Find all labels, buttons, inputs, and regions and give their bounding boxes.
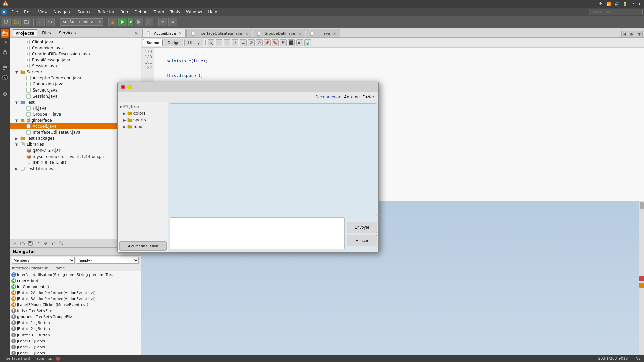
panel-close-btn[interactable]: × bbox=[134, 30, 138, 36]
menu-source[interactable]: Source bbox=[75, 9, 94, 15]
source-tool-5[interactable]: 📌 bbox=[264, 39, 271, 46]
vertical-scrollbar[interactable] bbox=[639, 201, 644, 355]
dialog-tree-food[interactable]: ▶ food bbox=[118, 123, 168, 130]
filter-dropdown[interactable]: <empty> bbox=[76, 257, 139, 264]
tree-connexion-java-1[interactable]: J Connexion.java bbox=[10, 45, 141, 51]
toolbar-save-btn[interactable] bbox=[27, 240, 34, 247]
tab-menu-btn[interactable]: ▼ bbox=[636, 31, 643, 37]
menu-refactor[interactable]: Refactor bbox=[95, 9, 117, 15]
other-btn-2[interactable]: ≡ bbox=[168, 18, 177, 26]
build-btn[interactable] bbox=[108, 18, 117, 26]
services-sidebar-icon[interactable] bbox=[1, 48, 9, 56]
menu-view[interactable]: View bbox=[35, 9, 50, 15]
tree-accepter-connexion[interactable]: J AccepterConnexion.java bbox=[10, 75, 141, 81]
files-tab[interactable]: Files bbox=[39, 30, 53, 36]
global-search-input[interactable] bbox=[589, 9, 643, 15]
projects-tab[interactable]: Projects bbox=[13, 29, 37, 36]
source-tool-6[interactable]: 🔖 bbox=[272, 39, 279, 46]
deconnexion-link[interactable]: Deconnexion bbox=[315, 95, 341, 99]
source-tool-9[interactable]: ▶ bbox=[296, 39, 303, 46]
open-project-btn[interactable] bbox=[12, 18, 21, 26]
toolbar-reload-btn[interactable]: ↺ bbox=[35, 240, 41, 247]
nav-method-creer-arbre[interactable]: M creerArbre() bbox=[10, 278, 141, 284]
tab-interface-utilisateur[interactable]: J InterfaceUtilisateur.java × bbox=[186, 29, 252, 37]
menu-file[interactable]: File bbox=[9, 9, 21, 15]
dialog-close-btn[interactable]: × bbox=[121, 85, 125, 89]
menu-navigate[interactable]: Navigate bbox=[51, 9, 74, 15]
source-tool-3[interactable]: ⊕ bbox=[248, 39, 255, 46]
envoyer-btn[interactable]: Envoyer bbox=[347, 222, 377, 233]
source-tool-4[interactable]: ⊖ bbox=[256, 39, 263, 46]
nav-field-jbutton1[interactable]: F jButton1 : JButton bbox=[10, 320, 141, 326]
nav-field-jlabel1[interactable]: F jLabel1 : JLabel bbox=[10, 338, 141, 344]
ubuntu-logo-icon[interactable] bbox=[3, 1, 8, 7]
menu-edit[interactable]: Edit bbox=[21, 9, 35, 15]
menu-team[interactable]: Team bbox=[151, 9, 167, 15]
profile-dropdown-btn[interactable] bbox=[145, 18, 153, 26]
save-btn[interactable] bbox=[22, 18, 31, 26]
menu-run[interactable]: Run bbox=[118, 9, 131, 15]
ajouter-discussion-btn[interactable]: Ajouter discussion bbox=[119, 241, 167, 251]
run-config-dropdown[interactable]: <default conf...> ▼ bbox=[60, 18, 103, 26]
other-btn-1[interactable]: ⚙ bbox=[158, 18, 167, 26]
tab-accueil-close[interactable]: × bbox=[179, 31, 182, 36]
run-dropdown-btn[interactable]: ▼ bbox=[128, 18, 133, 26]
message-input[interactable] bbox=[170, 217, 345, 249]
tree-session-java-1[interactable]: J Session.java bbox=[10, 63, 141, 69]
source-button[interactable]: Source bbox=[143, 39, 163, 46]
nav-field-groupes[interactable]: F groupes : TreeSet<GroupeFil> bbox=[10, 314, 141, 320]
members-dropdown[interactable]: Members bbox=[12, 257, 75, 264]
tab-interface-close[interactable]: × bbox=[245, 31, 248, 36]
nav-field-jbutton2[interactable]: F jButton2 : JButton bbox=[10, 326, 141, 332]
source-tool-10[interactable]: 📊 bbox=[304, 39, 311, 46]
new-project-btn[interactable] bbox=[2, 18, 11, 26]
undo-btn[interactable]: ↩ bbox=[36, 18, 45, 26]
toolbar-create-btn[interactable] bbox=[11, 240, 18, 247]
source-tool-7[interactable]: ⚑ bbox=[280, 39, 287, 46]
menu-debug[interactable]: Debug bbox=[131, 9, 150, 15]
tree-client-java[interactable]: J Client.java bbox=[10, 39, 141, 45]
toolbar-filter-btn[interactable]: ⚙ bbox=[42, 240, 49, 247]
nav-constructor[interactable]: C InterfaceUtilisateur(String nom, Strin… bbox=[10, 272, 141, 278]
toolbar-search-btn[interactable]: 🔍 bbox=[58, 240, 64, 247]
nav-method-btn2[interactable]: M jButton2ActionPerformed(ActionEvent ev… bbox=[10, 290, 141, 296]
tab-fil-close[interactable]: × bbox=[333, 31, 336, 36]
menu-help[interactable]: Help bbox=[205, 9, 220, 15]
nav-field-fdds[interactable]: F fdds : TreeSet<Fil> bbox=[10, 308, 141, 314]
run-btn[interactable] bbox=[118, 18, 127, 26]
build-sidebar-icon[interactable] bbox=[1, 90, 9, 98]
nav-field-jlabel2[interactable]: F jLabel2 : JLabel bbox=[10, 344, 141, 350]
projects-sidebar-icon[interactable] bbox=[1, 29, 9, 38]
zoom-in-icon[interactable]: 🔍 bbox=[208, 39, 214, 46]
menu-tools[interactable]: Tools bbox=[167, 9, 183, 15]
dialog-tree-sports[interactable]: ▶ sports bbox=[118, 117, 168, 123]
tab-next-btn[interactable]: ▶ bbox=[629, 31, 635, 37]
terminal-sidebar-icon[interactable] bbox=[1, 74, 9, 82]
dialog-tree-root[interactable]: ▼ JTree bbox=[118, 103, 168, 110]
toolbar-open-btn[interactable] bbox=[19, 240, 26, 247]
files-sidebar-icon[interactable] bbox=[1, 39, 9, 47]
services-tab[interactable]: Services bbox=[56, 30, 79, 36]
tab-groupedefil[interactable]: J GroupeDefil.java × bbox=[253, 29, 305, 37]
design-button[interactable]: Design bbox=[164, 39, 183, 46]
tab-fil-java[interactable]: J Fil.java × bbox=[306, 29, 340, 37]
nav-field-jlabel3[interactable]: F jLabel3 : JLabel bbox=[10, 350, 141, 355]
nav-field-jbutton3[interactable]: F jButton3 : JButton bbox=[10, 332, 141, 338]
dialog-minimize-btn[interactable] bbox=[127, 85, 132, 89]
effacer-btn[interactable]: Effacer bbox=[347, 235, 377, 246]
navigate-forward-icon[interactable]: → bbox=[224, 39, 230, 46]
redo-btn[interactable]: ↪ bbox=[46, 18, 55, 26]
source-tool-2[interactable]: ≡ bbox=[240, 39, 247, 46]
nav-method-btn3[interactable]: M jButton3ActionPerformed(ActionEvent ev… bbox=[10, 296, 141, 302]
history-button[interactable]: History bbox=[184, 39, 203, 46]
source-tool-8[interactable]: ⬛ bbox=[288, 39, 295, 46]
tab-prev-btn[interactable]: ◀ bbox=[621, 31, 628, 37]
tree-creation-fil[interactable]: J CreationFilDeDiscussion.java bbox=[10, 51, 141, 57]
tree-serveur-folder[interactable]: ▼ Serveur bbox=[10, 69, 141, 75]
tree-envoi-message[interactable]: J EnvoiMessage.java bbox=[10, 57, 141, 63]
toolbar-sync-btn[interactable]: ⇄ bbox=[50, 240, 57, 247]
nav-method-init[interactable]: M initComponents() bbox=[10, 284, 141, 290]
dialog-tree-colors[interactable]: ▶ colors bbox=[118, 110, 168, 117]
tab-accueil-java[interactable]: J Accueil.java × bbox=[142, 29, 186, 37]
tab-groupe-close[interactable]: × bbox=[298, 31, 301, 36]
